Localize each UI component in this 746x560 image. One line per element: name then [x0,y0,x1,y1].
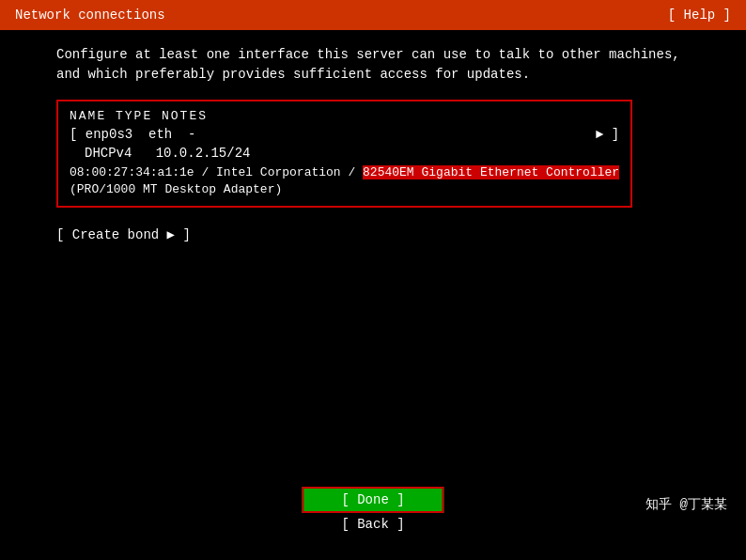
create-bond-button[interactable]: [ Create bond ▶ ] [56,226,690,242]
dhcp-row: DHCPv4 10.0.2.15/24 [85,146,619,161]
header-title: Network connections [15,8,165,23]
dhcp-label: DHCPv4 [85,146,148,161]
mac-row: 08:00:27:34:a1:1e / Intel Corporation / … [70,164,619,181]
interface-bracket-name: [ enp0s3 eth - [70,127,195,142]
interface-arrow: ► ] [596,127,619,142]
dhcp-ip: 10.0.2.15/24 [156,146,251,161]
description: Configure at least one interface this se… [56,45,690,85]
main-content: Configure at least one interface this se… [0,30,746,276]
watermark: 知乎 @丁某某 [645,496,727,513]
interface-row[interactable]: [ enp0s3 eth - ► ] [70,127,619,142]
bottom-buttons: [ Done ] [ Back ] [302,487,443,532]
interface-box: NAME TYPE NOTES [ enp0s3 eth - ► ] DHCPv… [56,100,632,208]
description-line2: and which preferably provides sufficient… [56,65,690,85]
mac-adapter: (PRO/1000 MT Desktop Adapter) [70,182,282,196]
header-bar: Network connections [ Help ] [0,0,746,30]
help-button[interactable]: [ Help ] [668,8,731,23]
back-button[interactable]: [ Back ] [341,517,404,532]
description-line1: Configure at least one interface this se… [56,45,690,65]
interface-spacer [203,127,587,142]
column-headers: NAME TYPE NOTES [70,109,619,123]
mac-controller: 82540EM Gigabit Ethernet Controller [363,165,619,179]
mac-address: 08:00:27:34:a1:1e / Intel Corporation / [70,165,363,179]
done-button[interactable]: [ Done ] [302,487,443,513]
mac-row-2: (PRO/1000 MT Desktop Adapter) [70,181,619,198]
